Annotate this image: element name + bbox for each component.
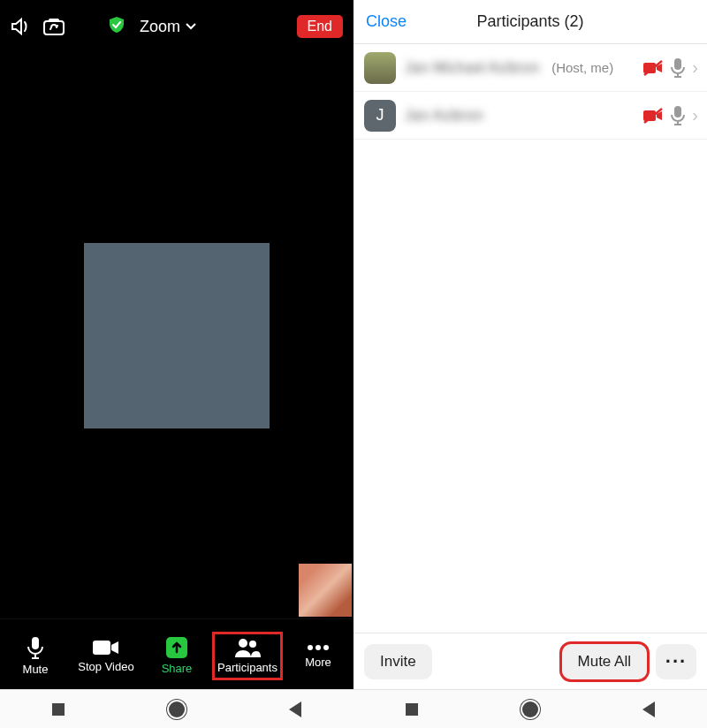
- video-icon: [93, 639, 119, 656]
- video-off-icon: [642, 60, 664, 76]
- mute-label: Mute: [23, 663, 49, 676]
- svg-point-6: [308, 645, 313, 650]
- meeting-title[interactable]: Zoom: [140, 18, 196, 36]
- android-recent-icon[interactable]: [406, 703, 418, 716]
- more-icon: [307, 643, 330, 652]
- svg-rect-1: [32, 637, 39, 649]
- mic-icon: [671, 58, 685, 78]
- zoom-meeting-screen: Zoom End Mute Stop Video: [0, 0, 354, 689]
- svg-rect-14: [674, 106, 681, 118]
- speaker-icon[interactable]: [11, 17, 34, 36]
- svg-rect-0: [44, 21, 64, 34]
- video-off-icon: [642, 108, 664, 124]
- svg-rect-11: [674, 58, 681, 70]
- android-home-icon[interactable]: [522, 701, 538, 717]
- chevron-right-icon: ›: [692, 105, 698, 125]
- self-video-thumbnail[interactable]: [299, 564, 352, 617]
- panel-header: Close Participants (2): [354, 0, 707, 44]
- panel-title: Participants (2): [476, 12, 583, 31]
- avatar: [364, 52, 396, 84]
- participant-row[interactable]: Jan Michael Acibron (Host, me) ›: [354, 44, 707, 92]
- more-button[interactable]: More: [285, 640, 351, 672]
- mic-icon: [671, 106, 685, 125]
- chevron-right-icon: ›: [692, 57, 698, 78]
- mute-all-button[interactable]: Mute All: [562, 644, 647, 679]
- close-button[interactable]: Close: [366, 12, 407, 31]
- stop-video-button[interactable]: Stop Video: [73, 635, 139, 677]
- participants-panel: Close Participants (2) Jan Michael Acibr…: [354, 0, 707, 689]
- share-label: Share: [162, 662, 193, 675]
- participants-icon: [234, 638, 261, 657]
- android-back-icon[interactable]: [642, 701, 655, 717]
- svg-point-8: [323, 645, 329, 650]
- svg-point-4: [239, 639, 247, 648]
- participant-row[interactable]: J Jan Acibron ›: [354, 92, 707, 140]
- android-home-icon[interactable]: [169, 701, 185, 717]
- android-back-icon[interactable]: [289, 701, 301, 717]
- participant-name: Jan Acibron: [405, 107, 483, 125]
- android-nav-bar: [0, 689, 707, 728]
- end-button[interactable]: End: [297, 15, 343, 38]
- more-label: More: [305, 656, 331, 669]
- share-button[interactable]: Share: [144, 633, 209, 679]
- svg-point-7: [315, 645, 321, 650]
- participants-button[interactable]: Participants: [215, 634, 280, 678]
- microphone-icon: [25, 636, 46, 659]
- android-recent-icon[interactable]: [52, 703, 65, 716]
- mute-button[interactable]: Mute: [3, 633, 68, 679]
- participant-meta: (Host, me): [551, 60, 613, 75]
- chevron-down-icon: [186, 22, 196, 31]
- share-icon: [166, 637, 187, 658]
- participant-video-placeholder: [84, 243, 270, 428]
- switch-camera-icon[interactable]: [42, 17, 65, 36]
- video-area: [0, 53, 354, 618]
- meeting-top-bar: Zoom End: [0, 0, 354, 53]
- more-options-button[interactable]: ···: [656, 644, 696, 679]
- meeting-toolbar: Mute Stop Video Share: [0, 618, 354, 689]
- panel-footer: Invite Mute All ···: [354, 633, 707, 689]
- avatar: J: [364, 100, 396, 132]
- stop-video-label: Stop Video: [78, 660, 133, 673]
- participant-name: Jan Michael Acibron: [405, 59, 539, 77]
- svg-rect-2: [93, 641, 110, 655]
- shield-icon[interactable]: [108, 16, 125, 37]
- invite-button[interactable]: Invite: [364, 644, 432, 679]
- participants-label: Participants: [217, 661, 277, 674]
- svg-point-5: [249, 641, 256, 648]
